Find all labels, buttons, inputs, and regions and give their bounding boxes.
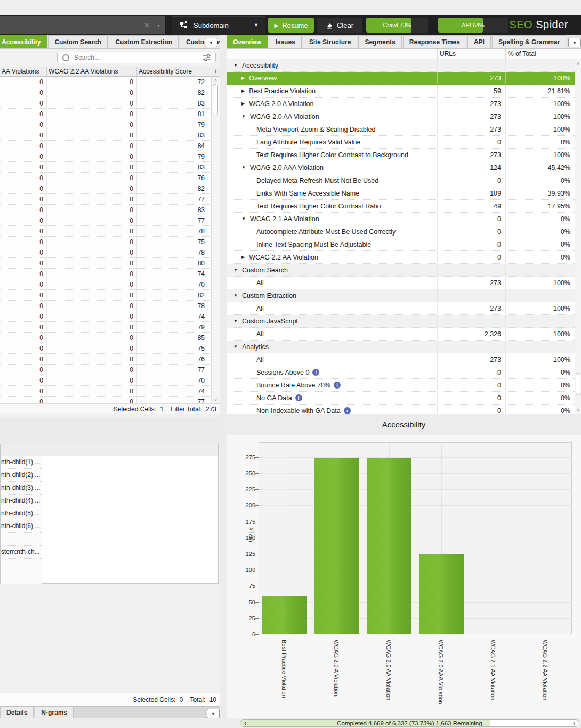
- bottom-tabs-overflow-button[interactable]: ▼: [207, 709, 220, 718]
- cell[interactable]: 0: [0, 205, 47, 215]
- list-item[interactable]: nth-child(3) ...: [1, 482, 42, 495]
- cell[interactable]: 85: [137, 333, 211, 343]
- table-row[interactable]: 0083: [0, 162, 211, 173]
- cell[interactable]: 0: [47, 109, 137, 119]
- list-item[interactable]: nth-child(6) ...: [1, 520, 42, 533]
- cell[interactable]: 0: [0, 301, 47, 311]
- cell[interactable]: 0: [0, 87, 47, 98]
- cell[interactable]: 0: [47, 354, 137, 365]
- list-item[interactable]: [1, 533, 42, 546]
- cell[interactable]: 0: [47, 258, 137, 269]
- cell[interactable]: 0: [0, 183, 47, 194]
- cell[interactable]: 83: [137, 130, 211, 141]
- tree-row-wcag-2-2-aa-violation[interactable]: ▶WCAG 2.2 AA Violation00%: [227, 251, 575, 264]
- list-item[interactable]: [1, 571, 42, 584]
- table-row[interactable]: 0070: [0, 375, 211, 386]
- tree-row-analytics[interactable]: ▼Analytics: [227, 341, 575, 353]
- table-row[interactable]: 0085: [0, 333, 211, 343]
- table-row[interactable]: 0077: [0, 215, 211, 226]
- cell[interactable]: 0: [47, 237, 137, 247]
- info-icon[interactable]: i: [295, 394, 302, 401]
- list-item[interactable]: nth-child(2) ...: [1, 469, 42, 482]
- cell[interactable]: 76: [137, 354, 211, 365]
- cell[interactable]: 83: [137, 98, 211, 109]
- clear-url-icon[interactable]: ✕: [144, 21, 150, 29]
- tree-row-lang-attribute-requires-valid-value[interactable]: Lang Attribute Requires Valid Value00%: [227, 136, 575, 149]
- table-row[interactable]: 0083: [0, 98, 211, 109]
- tree-row-no-ga-data[interactable]: No GA Datai00%: [227, 392, 575, 405]
- scroll-down-icon[interactable]: ∨: [212, 397, 220, 402]
- tree-expanded-icon[interactable]: ▼: [241, 165, 246, 170]
- cell[interactable]: 81: [137, 109, 211, 119]
- cell[interactable]: 76: [137, 173, 211, 183]
- table-row[interactable]: 0077: [0, 397, 211, 403]
- cell[interactable]: 0: [47, 77, 137, 87]
- cell[interactable]: 0: [47, 279, 137, 290]
- cell[interactable]: 0: [0, 141, 47, 151]
- table-row[interactable]: 0082: [0, 87, 211, 98]
- cell[interactable]: 0: [47, 205, 137, 215]
- tree-collapsed-icon[interactable]: ▶: [241, 255, 245, 260]
- cell[interactable]: 0: [0, 194, 47, 205]
- table-row[interactable]: 0078: [0, 301, 211, 311]
- tree-row-sessions-above-0[interactable]: Sessions Above 0i00%: [227, 366, 575, 379]
- cell[interactable]: 0: [47, 162, 137, 173]
- cell[interactable]: 0: [0, 247, 47, 258]
- resume-button[interactable]: ▶ Resume: [268, 18, 314, 33]
- cell[interactable]: 0: [47, 269, 137, 279]
- cell[interactable]: 0: [0, 343, 47, 354]
- tree-row-inline-text-spacing-must-be-adjustable[interactable]: Inline Text Spacing Must Be Adjustable00…: [227, 238, 575, 251]
- cell[interactable]: 74: [137, 311, 211, 322]
- search-box[interactable]: [57, 52, 216, 63]
- cell[interactable]: 79: [137, 322, 211, 333]
- cell[interactable]: 0: [0, 226, 47, 237]
- cell[interactable]: 0: [47, 386, 137, 397]
- cell[interactable]: 0: [0, 77, 47, 87]
- cell[interactable]: 75: [137, 343, 211, 354]
- tree-row-wcag-2-0-aa-violation[interactable]: ▼WCAG 2.0 AA Violation273100%: [227, 110, 575, 123]
- cell[interactable]: 70: [137, 375, 211, 386]
- tree-collapsed-icon[interactable]: ▶: [241, 101, 245, 106]
- table-row[interactable]: 0079: [0, 322, 211, 333]
- tab-issues[interactable]: Issues: [269, 35, 301, 48]
- cell[interactable]: 0: [47, 333, 137, 343]
- table-row[interactable]: 0074: [0, 386, 211, 397]
- cell[interactable]: 0: [47, 375, 137, 386]
- cell[interactable]: 0: [0, 258, 47, 269]
- tree-row-accessibility[interactable]: ▼Accessibility: [227, 59, 575, 72]
- tree-row-all[interactable]: All2,326100%: [227, 328, 575, 341]
- table-row[interactable]: 0082: [0, 290, 211, 301]
- table-row[interactable]: 0070: [0, 279, 211, 290]
- tab-spelling-grammar[interactable]: Spelling & Grammar: [492, 35, 566, 48]
- tab-details[interactable]: Details: [0, 707, 34, 718]
- list-item[interactable]: nth-child(4) ...: [1, 495, 42, 507]
- list-item[interactable]: nth-child(1) ...: [1, 456, 42, 469]
- tree-row-custom-javascript[interactable]: ▼Custom JavaScript: [227, 315, 575, 328]
- tab-custom-extraction[interactable]: Custom Extraction: [109, 35, 179, 48]
- list-item[interactable]: stem:nth-ch...: [1, 546, 42, 559]
- cell[interactable]: 0: [47, 226, 137, 237]
- tab-api[interactable]: API: [467, 35, 491, 48]
- cell[interactable]: 0: [47, 215, 137, 226]
- tree-scrollbar[interactable]: ∧ ∨: [575, 59, 581, 414]
- cell[interactable]: 0: [0, 119, 47, 130]
- cell[interactable]: 0: [0, 237, 47, 247]
- cell[interactable]: 0: [47, 98, 137, 109]
- tree-row-links-with-same-accessible-name[interactable]: Links With Same Accessible Name10939.93%: [227, 187, 575, 200]
- tab-segments[interactable]: Segments: [358, 35, 401, 48]
- cell[interactable]: 0: [0, 386, 47, 397]
- tree-collapsed-icon[interactable]: ▶: [241, 76, 245, 80]
- cell[interactable]: 0: [0, 279, 47, 290]
- cell[interactable]: 0: [47, 343, 137, 354]
- tree-collapsed-icon[interactable]: ▶: [241, 88, 245, 93]
- tab-n-grams[interactable]: N-grams: [35, 707, 74, 718]
- column-header-accessibility-score[interactable]: Accessibility Score: [137, 67, 211, 76]
- table-row[interactable]: 0075: [0, 343, 211, 354]
- list-item[interactable]: nth-child(5) ...: [1, 507, 42, 520]
- cell[interactable]: 79: [137, 119, 211, 130]
- info-icon[interactable]: i: [334, 382, 341, 389]
- cell[interactable]: 74: [137, 386, 211, 397]
- left-table-scrollbar[interactable]: ∧ ∨: [211, 77, 220, 403]
- tree-expanded-icon[interactable]: ▼: [241, 216, 246, 221]
- scroll-up-icon[interactable]: ∧: [575, 61, 581, 66]
